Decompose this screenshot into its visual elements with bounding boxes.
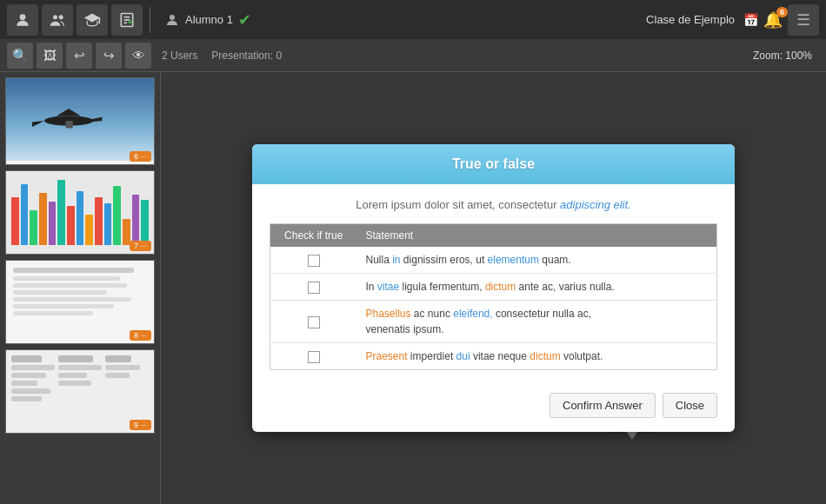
true-false-table: Check if true Statement — [270, 223, 717, 370]
statement-4: Praesent imperdiet dui vitae neque dictu… — [366, 350, 603, 362]
toolbar-divider-1 — [150, 7, 150, 33]
s2-p3: ante ac, varius nulla. — [516, 281, 614, 293]
col-statement-header: Statement — [357, 224, 717, 248]
check-cell-1 — [270, 247, 357, 274]
search-icon-btn[interactable]: 🔍 — [7, 43, 33, 69]
instruction-hl: adipiscing elit. — [560, 198, 631, 211]
secondary-toolbar: 🔍 🖼 ↩ ↪ 👁 2 Users Presentation: 0 Zoom: … — [0, 39, 826, 72]
dialog-title: True or false — [452, 156, 535, 171]
undo-icon: ↩ — [74, 48, 85, 63]
svg-point-2 — [59, 15, 63, 19]
dialog-body: Lorem ipsum dolor sit amet, consectetur … — [252, 184, 735, 384]
undo-icon-btn[interactable]: ↩ — [66, 43, 92, 69]
bell-badge-container: 🔔 6 — [763, 10, 783, 30]
check-cell-3 — [270, 301, 357, 343]
s3-p1: ac nunc — [411, 308, 454, 320]
s1-p2: dignissim eros, ut — [401, 254, 488, 266]
s4-p3: volutpat. — [561, 350, 603, 362]
presentation-info: Presentation: 0 — [211, 50, 282, 62]
table-row: In vitae ligula fermentum, dictum ante a… — [270, 274, 717, 301]
statement-cell-3: Phasellus ac nunc eleifend, consectetur … — [357, 301, 717, 343]
table-row: Phasellus ac nunc eleifend, consectetur … — [270, 301, 717, 343]
user-icon-btn[interactable] — [7, 4, 38, 36]
chart-bar-5 — [49, 202, 57, 245]
eye-icon-btn[interactable]: 👁 — [125, 43, 151, 69]
students-icon-btn[interactable] — [77, 4, 108, 36]
statement-cell-4: Praesent imperdiet dui vitae neque dictu… — [357, 343, 717, 370]
table-row: Nulla in dignissim eros, ut elementum qu… — [270, 247, 717, 274]
chart-bar-14 — [132, 195, 140, 245]
s1-p1: Nulla — [366, 254, 393, 266]
close-button[interactable]: Close — [663, 393, 717, 418]
search-icon: 🔍 — [12, 48, 29, 63]
statement-cell-2: In vitae ligula fermentum, dictum ante a… — [357, 274, 717, 301]
check-cell-2 — [270, 274, 357, 301]
svg-point-7 — [170, 15, 175, 20]
main-area: 6 ··· 7 ··· — [0, 72, 826, 504]
confirm-answer-button[interactable]: Confirm Answer — [550, 393, 656, 418]
s2-p2: ligula fermentum, — [399, 281, 485, 293]
users-icon-btn[interactable] — [42, 4, 73, 36]
slide-thumb-6[interactable]: 6 ··· — [5, 77, 155, 165]
s2-hl1: vitae — [377, 281, 399, 293]
checkbox-3[interactable] — [308, 316, 320, 328]
hamburger-icon: ☰ — [796, 10, 810, 30]
content-area: Value True or false Lorem ipsum dolor si… — [161, 72, 826, 504]
s3-hl1: Phasellus — [366, 308, 411, 320]
col-check-header: Check if true — [270, 224, 357, 248]
s2-p1: In — [366, 281, 377, 293]
s3-hl2: eleifend, — [453, 308, 492, 320]
checkbox-4[interactable] — [308, 351, 320, 363]
slide-9-badge: 9 ··· — [130, 420, 151, 430]
s4-hl2: dui — [456, 350, 470, 362]
table-row: Praesent imperdiet dui vitae neque dictu… — [270, 343, 717, 370]
dialog-header: True or false — [252, 144, 735, 184]
redo-icon: ↪ — [103, 48, 115, 63]
slide-7-badge: 7 ··· — [130, 241, 151, 251]
image-icon-btn[interactable]: 🖼 — [37, 43, 63, 69]
chart-bar-10 — [95, 197, 103, 245]
chart-bar-6 — [57, 180, 65, 245]
check-cell-4 — [270, 343, 357, 370]
slide-thumb-8[interactable]: 8 ··· — [5, 260, 155, 344]
statement-cell-1: Nulla in dignissim eros, ut elementum qu… — [357, 247, 717, 274]
users-info: 2 Users — [162, 50, 197, 62]
checkbox-1[interactable] — [308, 255, 320, 267]
s4-p2: vitae neque — [470, 350, 530, 362]
statement-2: In vitae ligula fermentum, dictum ante a… — [366, 281, 615, 293]
class-name: Clase de Ejemplo — [646, 13, 735, 26]
tasks-icon-btn[interactable] — [111, 4, 143, 36]
true-false-dialog: True or false Lorem ipsum dolor sit amet… — [252, 144, 735, 432]
toolbar-right: Clase de Ejemplo 📅 🔔 6 ☰ — [646, 4, 819, 36]
s4-p1: imperdiet — [408, 350, 456, 362]
modal-overlay: True or false Lorem ipsum dolor sit amet… — [161, 72, 826, 504]
checkbox-2[interactable] — [308, 282, 320, 294]
image-icon: 🖼 — [43, 48, 57, 63]
instruction-text-1: Lorem ipsum dolor sit amet, consectetur — [356, 198, 560, 211]
redo-icon-btn[interactable]: ↪ — [96, 43, 122, 69]
dialog-footer: Confirm Answer Close — [252, 384, 735, 432]
chart-bar-15 — [141, 200, 149, 245]
s1-hl1: in — [392, 254, 400, 266]
chart-bar-8 — [77, 191, 84, 245]
notification-badge: 6 — [776, 7, 788, 17]
table-header-row: Check if true Statement — [270, 224, 717, 248]
menu-icon-btn[interactable]: ☰ — [788, 4, 819, 36]
s4-hl1: Praesent — [366, 350, 408, 362]
chart-bar-2 — [21, 184, 29, 245]
slide-thumb-7[interactable]: 7 ··· — [5, 170, 155, 255]
svg-point-0 — [20, 14, 26, 20]
chart-bar-9 — [85, 215, 93, 245]
slide-thumb-9[interactable]: 9 ··· — [5, 349, 155, 434]
s1-p3: quam. — [539, 254, 571, 266]
s2-hl2: dictum — [485, 281, 516, 293]
sidebar: 6 ··· 7 ··· — [0, 72, 161, 504]
zoom-label: Zoom: 100% — [753, 50, 812, 62]
slide-8-badge: 8 ··· — [130, 330, 151, 341]
statement-3: Phasellus ac nunc eleifend, consectetur … — [366, 308, 592, 335]
calendar-icon: 📅 — [743, 13, 758, 27]
dialog-instruction: Lorem ipsum dolor sit amet, consectetur … — [270, 198, 717, 211]
s1-hl2: elementum — [488, 254, 539, 266]
eye-icon: 👁 — [132, 48, 145, 63]
toolbar-user: Alumno 1 ✔ — [164, 10, 251, 30]
